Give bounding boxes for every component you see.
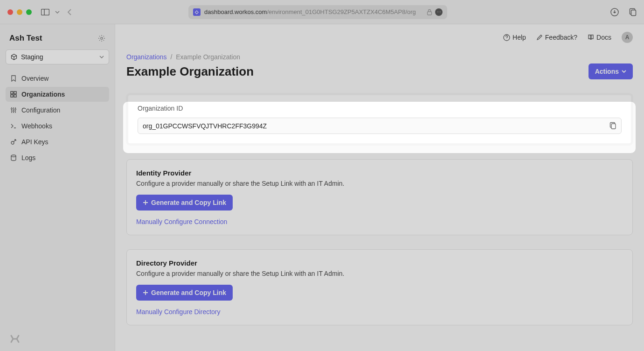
user-avatar[interactable]: A xyxy=(622,32,633,43)
feedback-link[interactable]: Feedback? xyxy=(536,34,577,41)
maximize-window-button[interactable] xyxy=(26,9,32,15)
nav-label: API Keys xyxy=(21,138,48,146)
chevron-down-icon[interactable] xyxy=(55,11,60,14)
lock-icon xyxy=(427,9,432,15)
nav-label: Logs xyxy=(21,154,35,161)
address-bar[interactable]: ◇ dashboard.workos.com/environment_01G0H… xyxy=(188,5,447,19)
nav-logs[interactable]: Logs xyxy=(6,150,109,165)
copy-icon[interactable] xyxy=(629,8,637,16)
svg-point-11 xyxy=(13,111,14,112)
identity-provider-panel: Identity Provider Configure a provider m… xyxy=(126,159,633,235)
sliders-icon xyxy=(10,107,17,113)
identity-description: Configure a provider manually or share t… xyxy=(136,180,623,187)
manual-identity-link[interactable]: Manually Configure Connection xyxy=(136,218,623,225)
browser-chrome: ◇ dashboard.workos.com/environment_01G0H… xyxy=(0,0,644,24)
bookmark-icon xyxy=(10,75,17,82)
svg-rect-4 xyxy=(631,10,636,15)
environment-label: Staging xyxy=(21,53,43,61)
svg-rect-7 xyxy=(14,91,16,94)
nav-label: Webhooks xyxy=(21,122,52,130)
generate-directory-link-button[interactable]: Generate and Copy Link xyxy=(136,285,233,301)
nav-overview[interactable]: Overview xyxy=(6,71,109,86)
svg-rect-0 xyxy=(42,9,49,15)
nav-api-keys[interactable]: API Keys xyxy=(6,134,109,149)
nav-webhooks[interactable]: Webhooks xyxy=(6,119,109,133)
nav-organizations[interactable]: Organizations xyxy=(6,87,109,102)
svg-rect-16 xyxy=(611,124,616,129)
manual-directory-link[interactable]: Manually Configure Directory xyxy=(136,308,623,316)
plus-icon xyxy=(143,290,148,295)
docs-link[interactable]: Docs xyxy=(588,34,611,41)
key-icon xyxy=(10,139,17,145)
copy-button[interactable] xyxy=(609,122,616,130)
nav-label: Organizations xyxy=(21,91,65,98)
workos-logo xyxy=(6,332,109,345)
help-link[interactable]: Help xyxy=(503,34,526,41)
svg-point-14 xyxy=(11,155,16,157)
site-favicon: ◇ xyxy=(193,8,201,16)
sidebar-toggle-icon[interactable] xyxy=(41,9,49,15)
terminal-icon xyxy=(10,123,17,129)
nav-configuration[interactable]: Configuration xyxy=(6,103,109,118)
svg-rect-9 xyxy=(14,95,16,97)
nav-label: Configuration xyxy=(21,106,60,114)
breadcrumb: Organizations / Example Organization xyxy=(126,53,633,61)
chevron-down-icon xyxy=(622,70,626,73)
main-content: Help Feedback? Docs A Organizations / Ex… xyxy=(115,24,644,351)
directory-provider-panel: Directory Provider Configure a provider … xyxy=(126,249,633,325)
book-icon xyxy=(588,34,594,41)
svg-point-10 xyxy=(11,108,13,110)
org-id-label: Organization ID xyxy=(138,105,622,112)
org-id-field: org_01GPCCWSFVQJTVHRC2FF3G994Z xyxy=(138,118,622,134)
identity-title: Identity Provider xyxy=(136,169,623,177)
plus-icon xyxy=(143,200,148,205)
more-icon[interactable]: ⋯ xyxy=(435,8,443,16)
svg-point-12 xyxy=(15,109,16,110)
close-window-button[interactable] xyxy=(7,9,13,15)
directory-description: Configure a provider manually or share t… xyxy=(136,270,623,277)
nav: Overview Organizations Configuration Web… xyxy=(6,71,109,165)
url-text: dashboard.workos.com/environment_01G0HTS… xyxy=(204,8,424,15)
download-icon[interactable] xyxy=(610,8,619,16)
breadcrumb-separator: / xyxy=(170,53,172,61)
sidebar: Ash Test Staging Overview Organizations xyxy=(0,24,115,351)
pen-icon xyxy=(536,34,543,41)
environment-selector[interactable]: Staging xyxy=(6,49,109,64)
minimize-window-button[interactable] xyxy=(17,9,22,15)
topbar: Help Feedback? Docs A xyxy=(115,24,644,50)
breadcrumb-current: Example Organization xyxy=(176,53,240,61)
help-icon xyxy=(503,34,510,41)
svg-rect-6 xyxy=(11,91,13,94)
chevron-down-icon xyxy=(99,56,104,58)
actions-button[interactable]: Actions xyxy=(589,63,633,79)
svg-rect-2 xyxy=(428,12,432,15)
svg-rect-8 xyxy=(11,95,13,97)
window-controls xyxy=(7,9,32,15)
svg-point-13 xyxy=(11,141,14,144)
back-button[interactable] xyxy=(67,8,72,16)
org-id-panel: Organization ID org_01GPCCWSFVQJTVHRC2FF… xyxy=(126,93,633,145)
database-icon xyxy=(10,154,17,161)
gear-icon[interactable] xyxy=(98,35,105,42)
workspace-name: Ash Test xyxy=(9,34,42,43)
page-title: Example Organization xyxy=(126,64,254,79)
directory-title: Directory Provider xyxy=(136,259,623,267)
nav-label: Overview xyxy=(21,75,48,82)
org-id-value[interactable]: org_01GPCCWSFVQJTVHRC2FF3G994Z xyxy=(143,122,609,130)
cube-icon xyxy=(11,54,17,60)
breadcrumb-root[interactable]: Organizations xyxy=(126,53,166,61)
generate-identity-link-button[interactable]: Generate and Copy Link xyxy=(136,195,233,211)
svg-point-5 xyxy=(101,37,103,39)
grid-icon xyxy=(10,91,17,98)
